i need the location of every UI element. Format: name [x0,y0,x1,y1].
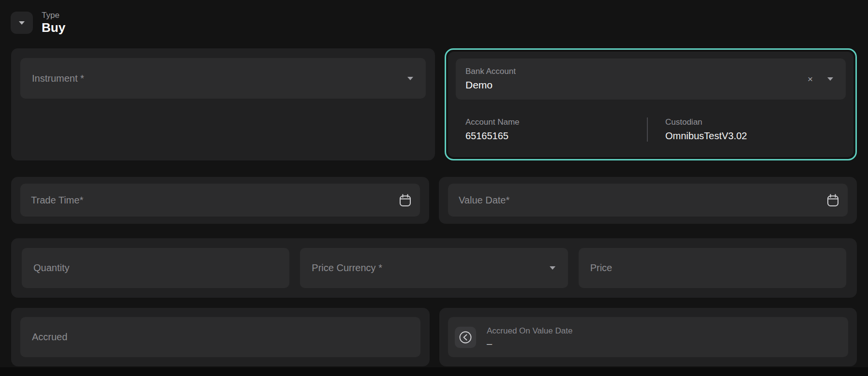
calendar-icon[interactable] [399,194,411,207]
type-value: Buy [42,21,65,35]
accrued-on-value-date-text: Accrued On Value Date – [487,326,572,348]
bank-account-value: Demo [465,79,516,91]
custodian-field: Custodian OmnibusTestV3.02 [665,117,747,142]
quantity-placeholder: Quantity [33,262,69,274]
bank-account-highlight: Bank Account Demo × Account Name 6516516… [445,48,857,160]
type-label: Type [42,11,65,20]
trade-time-card: Trade Time* [11,177,429,224]
trade-time-input[interactable]: Trade Time* [20,184,420,217]
caret-down-icon [18,21,26,25]
type-info: Type Buy [42,11,65,35]
accrued-on-value-date-label: Accrued On Value Date [487,326,572,336]
trade-entry-form: Type Buy Instrument * Bank Account Demo [0,0,868,376]
vertical-divider [647,117,648,142]
circle-arrow-left-icon [458,330,473,345]
custodian-value: OmnibusTestV3.02 [665,130,747,142]
account-name-field: Account Name 65165165 [465,117,647,142]
accrued-on-value-date-card: Accrued On Value Date – [439,308,857,366]
accrued-on-value-date-value: – [487,339,572,348]
bank-account-controls: × [808,74,834,84]
clear-icon[interactable]: × [808,74,813,84]
bank-account-text: Bank Account Demo [465,67,516,91]
trade-type-header: Type Buy [11,11,65,35]
accrued-on-value-date-field: Accrued On Value Date – [448,317,848,357]
accrued-placeholder: Accrued [32,332,67,343]
bank-account-card: Bank Account Demo × Account Name 6516516… [448,52,853,157]
caret-down-icon [406,76,414,81]
quantity-input[interactable]: Quantity [22,248,289,288]
calendar-icon[interactable] [827,194,839,207]
caret-down-icon [549,266,556,270]
account-name-value: 65165165 [465,130,647,142]
type-dropdown-button[interactable] [11,12,33,34]
value-date-placeholder: Value Date* [459,195,509,206]
accrued-input[interactable]: Accrued [20,317,420,357]
bank-account-details: Account Name 65165165 Custodian OmnibusT… [456,117,846,142]
instrument-placeholder: Instrument * [32,73,84,84]
price-placeholder: Price [590,262,613,274]
accrued-card: Accrued [11,308,430,366]
bank-account-select[interactable]: Bank Account Demo × [456,58,846,100]
trade-time-placeholder: Trade Time* [31,195,83,206]
price-currency-select[interactable]: Price Currency * [300,248,568,288]
custodian-label: Custodian [665,117,747,127]
instrument-card: Instrument * [11,48,435,160]
price-currency-placeholder: Price Currency * [312,262,382,274]
caret-down-icon[interactable] [826,77,834,81]
value-date-input[interactable]: Value Date* [448,184,848,217]
bottom-edge [0,367,868,376]
value-date-card: Value Date* [439,177,857,224]
instrument-select[interactable]: Instrument * [20,58,426,99]
pricing-card: Quantity Price Currency * Price [11,238,857,298]
price-input[interactable]: Price [579,248,846,288]
account-name-label: Account Name [465,117,647,127]
accrued-on-value-date-link-button[interactable] [455,327,476,348]
bank-account-label: Bank Account [465,67,516,76]
